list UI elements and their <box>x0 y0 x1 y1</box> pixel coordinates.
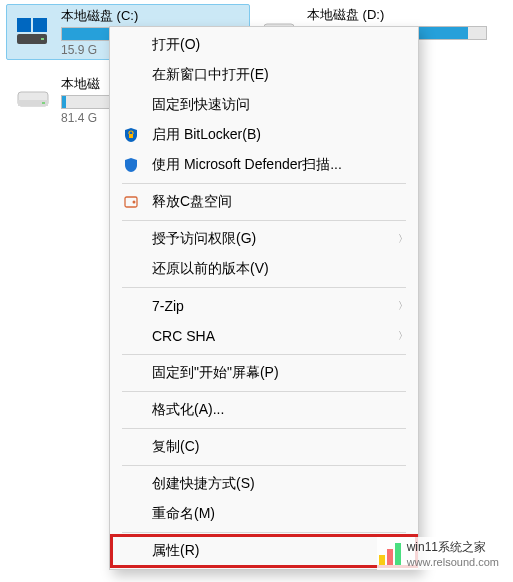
chevron-right-icon: 〉 <box>398 232 408 246</box>
menu-item-bitlocker[interactable]: 启用 BitLocker(B) <box>112 120 416 150</box>
cleanup-icon <box>122 193 140 211</box>
drive-context-menu: 打开(O) 在新窗口中打开(E) 固定到快速访问 启用 BitLocker(B)… <box>109 26 419 570</box>
separator <box>122 354 406 355</box>
separator <box>122 465 406 466</box>
menu-item-free-space-c[interactable]: 释放C盘空间 <box>112 187 416 217</box>
drive-label: 本地磁盘 (D:) <box>307 6 487 24</box>
separator <box>122 391 406 392</box>
svg-rect-9 <box>42 102 45 104</box>
drive-label: 本地磁盘 (C:) <box>61 7 241 25</box>
watermark: win11系统之家 www.relsound.com <box>377 537 501 570</box>
watermark-logo-icon <box>379 543 401 565</box>
os-drive-icon <box>15 12 55 52</box>
watermark-title: win11系统之家 <box>407 539 499 556</box>
svg-rect-0 <box>17 18 31 32</box>
menu-item-crc-sha[interactable]: CRC SHA 〉 <box>112 321 416 351</box>
separator <box>122 220 406 221</box>
menu-item-defender-scan[interactable]: 使用 Microsoft Defender扫描... <box>112 150 416 180</box>
menu-item-open-new-window[interactable]: 在新窗口中打开(E) <box>112 60 416 90</box>
menu-item-rename[interactable]: 重命名(M) <box>112 499 416 529</box>
menu-item-7zip[interactable]: 7-Zip 〉 <box>112 291 416 321</box>
chevron-right-icon: 〉 <box>398 299 408 313</box>
chevron-right-icon: 〉 <box>398 329 408 343</box>
menu-item-format[interactable]: 格式化(A)... <box>112 395 416 425</box>
menu-item-pin-quick-access[interactable]: 固定到快速访问 <box>112 90 416 120</box>
menu-item-open[interactable]: 打开(O) <box>112 30 416 60</box>
separator <box>122 183 406 184</box>
svg-rect-10 <box>129 134 133 138</box>
separator <box>122 532 406 533</box>
bitlocker-icon <box>122 126 140 144</box>
separator <box>122 287 406 288</box>
separator <box>122 428 406 429</box>
menu-item-restore-previous[interactable]: 还原以前的版本(V) <box>112 254 416 284</box>
menu-item-create-shortcut[interactable]: 创建快捷方式(S) <box>112 469 416 499</box>
menu-item-grant-access[interactable]: 授予访问权限(G) 〉 <box>112 224 416 254</box>
menu-item-properties[interactable]: 属性(R) <box>112 536 416 566</box>
svg-point-12 <box>133 201 136 204</box>
hdd-drive-icon <box>15 80 55 120</box>
svg-rect-1 <box>33 18 47 32</box>
defender-icon <box>122 156 140 174</box>
svg-rect-3 <box>41 38 44 40</box>
watermark-url: www.relsound.com <box>407 556 499 568</box>
menu-item-pin-start[interactable]: 固定到"开始"屏幕(P) <box>112 358 416 388</box>
menu-item-copy[interactable]: 复制(C) <box>112 432 416 462</box>
